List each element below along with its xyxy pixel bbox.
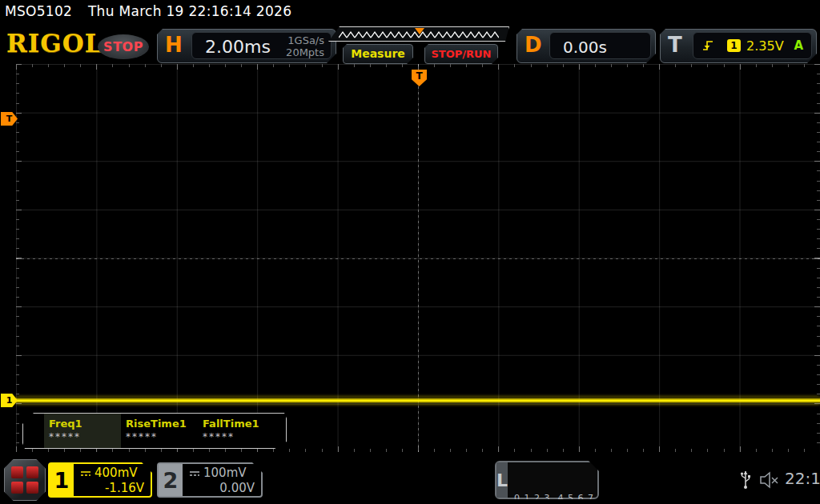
memory-depth: 20Mpts (286, 46, 324, 58)
measurement-results-panel[interactable]: Freq1 ***** RiseTime1 ***** FallTime1 **… (22, 413, 287, 449)
menu-button[interactable] (4, 459, 46, 501)
strip-trigger-position-icon[interactable] (415, 28, 424, 34)
channel1-offset-marker[interactable]: 1 (1, 394, 18, 407)
trigger-level-value: 2.35V (746, 38, 784, 54)
logic-label: L (496, 462, 508, 498)
rising-edge-icon (701, 38, 716, 53)
channel1-offset: -1.16V (77, 481, 144, 496)
waveform-display-area[interactable] (16, 64, 820, 452)
sample-rate-memdepth: 1GSa/s 20Mpts (286, 34, 324, 58)
channel2-status-box[interactable]: 2 100mV 0.00V (157, 462, 263, 498)
horizontal-panel[interactable]: H 2.00ms 1GSa/s 20Mpts (157, 29, 336, 63)
channel1-number: 1 (50, 464, 74, 496)
delay-label: D (525, 33, 542, 57)
titlebar: MSO5102 Thu March 19 22:16:14 2026 (0, 0, 820, 24)
channel2-values: 100mV 0.00V (183, 464, 261, 496)
horizontal-values: 2.00ms 1GSa/s 20Mpts (191, 32, 332, 59)
waveform-overview-strip[interactable] (328, 26, 509, 42)
channel1-scale: 400mV (94, 466, 144, 481)
measure-button[interactable]: Measure (343, 44, 413, 64)
model-name: MSO5102 (5, 3, 72, 19)
clock-display: 22:15 (785, 469, 820, 488)
channel2-number: 2 (159, 464, 183, 496)
rigol-logo: RIGOL (6, 29, 103, 58)
measurement-label: Freq1 (49, 418, 121, 430)
channel1-values: 400mV -1.16V (74, 464, 151, 496)
timebase-value: 2.00ms (205, 37, 271, 57)
horizontal-label: H (165, 33, 183, 57)
channel1-trace[interactable] (16, 397, 820, 404)
center-horizontal-gridline (16, 258, 820, 259)
measurement-risetime1[interactable]: RiseTime1 ***** (121, 414, 198, 448)
status-icons: 22:15 (740, 467, 820, 493)
trigger-label: T (668, 33, 682, 57)
measurement-freq1[interactable]: Freq1 ***** (44, 414, 121, 448)
measurement-label: FallTime1 (203, 418, 275, 430)
trigger-level-marker[interactable]: T (1, 112, 18, 126)
usb-icon (740, 469, 751, 490)
dc-coupling-icon (80, 470, 91, 477)
channel2-scale: 100mV (203, 466, 255, 481)
run-state-badge[interactable]: STOP (98, 34, 149, 59)
stop-run-button[interactable]: STOP/RUN (424, 44, 498, 64)
measurement-value: ***** (203, 431, 275, 442)
trigger-source-badge: 1 (727, 39, 741, 52)
measurement-value: ***** (49, 431, 121, 442)
trigger-inner: 1 2.35V A (693, 32, 812, 59)
dc-coupling-icon (189, 470, 200, 477)
trigger-panel[interactable]: T 1 2.35V A (660, 29, 817, 63)
measurement-value: ***** (126, 431, 198, 442)
logic-analyzer-status-box[interactable]: L 0 1 2 3 4 5 6 7 8 9 10 11 12 13 14 15 (495, 461, 599, 499)
datetime-text: Thu March 19 22:16:14 2026 (88, 3, 291, 19)
measurement-falltime1[interactable]: FallTime1 ***** (198, 414, 275, 448)
menu-grid-icon (11, 466, 38, 494)
logic-channel-numbers: 0 1 2 3 4 5 6 7 8 9 10 11 12 13 14 15 (508, 462, 629, 498)
speaker-muted-icon[interactable] (759, 471, 780, 489)
toolbar: RIGOL STOP H 2.00ms 1GSa/s 20Mpts Measur… (0, 24, 820, 64)
channel1-status-box[interactable]: 1 400mV -1.16V (48, 462, 152, 498)
delay-value: 0.00s (563, 38, 607, 57)
sample-rate: 1GSa/s (286, 34, 324, 46)
trigger-sweep-mode: A (794, 38, 803, 53)
delay-panel[interactable]: D 0.00s (517, 29, 656, 63)
channel2-offset: 0.00V (186, 481, 255, 496)
logic-row1: 0 1 2 3 4 5 6 7 (514, 492, 629, 504)
measurement-label: RiseTime1 (126, 418, 198, 430)
delay-inner: 0.00s (549, 32, 651, 59)
